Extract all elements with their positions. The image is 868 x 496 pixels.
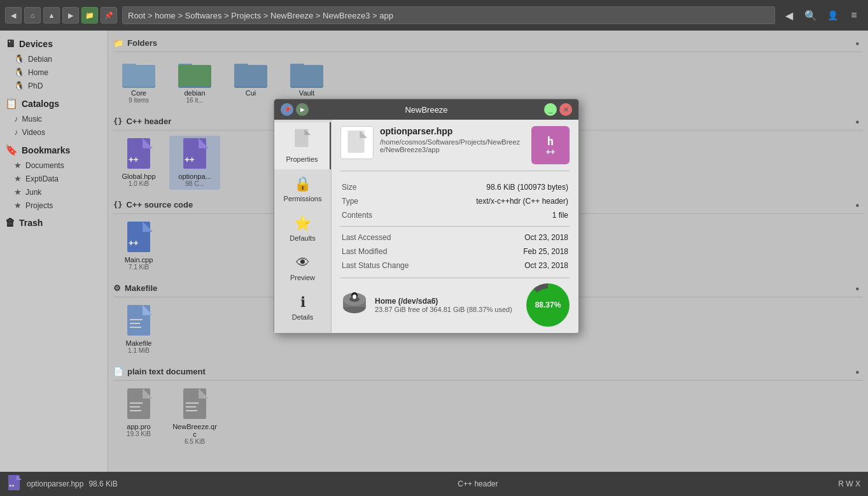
- svg-rect-24: [130, 323, 140, 324]
- sidebar-item-videos[interactable]: ♪ Videos: [0, 125, 108, 139]
- plain-text-grid: app.pro 19.3 KiB NewBreeze.qrc 6.5 KiB: [113, 386, 863, 448]
- file-makefile-size: 1.1 MiB: [128, 347, 150, 354]
- sidebar-section-trash-label: Trash: [19, 218, 43, 228]
- file-main-cpp[interactable]: ++ Main.cpp 7.1 KiB: [113, 219, 164, 273]
- details-tab-icon: ℹ: [300, 294, 305, 311]
- sidebar-section-devices-label: Devices: [19, 39, 53, 49]
- file-optionparser-name: optionpa...: [178, 173, 211, 180]
- user-icon[interactable]: 👤: [823, 6, 841, 24]
- folder-section-icon: 📁: [113, 38, 123, 48]
- svg-point-48: [353, 294, 356, 299]
- disk-detail: 23.87 GiB free of 364.81 GiB (88.37% use…: [375, 306, 520, 313]
- sidebar-item-projects[interactable]: ★ Projects: [0, 199, 108, 212]
- folder-core-size: 9 items: [129, 97, 149, 104]
- exptidata-icon: ★: [14, 174, 22, 183]
- file-app-pro-icon: [125, 388, 153, 422]
- sidebar-item-music-label: Music: [22, 115, 42, 124]
- disk-gauge: 88.37%: [526, 283, 570, 327]
- defaults-tab-icon: ⭐: [294, 215, 311, 232]
- back-icon2[interactable]: ◀: [780, 6, 798, 24]
- dialog-title-left-icons: 📌 ▶: [281, 103, 309, 116]
- dialog-tab-defaults[interactable]: ⭐ Defaults: [274, 209, 331, 248]
- sidebar-item-home[interactable]: 🐧 Home: [0, 66, 108, 79]
- file-main-cpp-name: Main.cpp: [125, 256, 153, 264]
- dialog-tab-preview[interactable]: 👁 Preview: [274, 248, 331, 288]
- breadcrumb-bar[interactable]: Root > home > Softwares > Projects > New…: [122, 6, 775, 24]
- file-badge-text: ++: [546, 148, 555, 157]
- sidebar-item-junk[interactable]: ★ Junk: [0, 185, 108, 199]
- file-app-pro-name: app.pro: [127, 423, 150, 430]
- forward-button[interactable]: ▶: [62, 7, 79, 24]
- dialog-pin-button[interactable]: 📌: [281, 103, 293, 116]
- file-badge-icon: h: [547, 134, 554, 148]
- prop-size-value: 98.6 KiB (100973 bytes): [444, 180, 570, 194]
- prop-last-modified-label: Last Modified: [340, 244, 444, 259]
- sidebar-item-debian[interactable]: 🐧 Debian: [0, 52, 108, 66]
- dialog-tab-defaults-label: Defaults: [290, 234, 315, 242]
- sidebar-item-documents[interactable]: ★ Documents: [0, 159, 108, 172]
- devices-icon: 🖥: [5, 38, 15, 50]
- home-button[interactable]: ⌂: [24, 7, 41, 24]
- sidebar-item-home-label: Home: [28, 68, 48, 77]
- file-makefile[interactable]: Makefile 1.1 MiB: [113, 302, 164, 357]
- svg-rect-2: [122, 65, 155, 87]
- dialog-tab-permissions[interactable]: 🔒 Permissions: [274, 169, 331, 209]
- prop-size-label: Size: [340, 180, 444, 194]
- sidebar-item-debian-label: Debian: [28, 55, 52, 64]
- sidebar-item-phd[interactable]: 🐧 PhD: [0, 79, 108, 92]
- file-global-hpp-name: Global.hpp: [122, 173, 155, 180]
- svg-text:++: ++: [9, 483, 14, 488]
- sidebar-header-devices[interactable]: 🖥 Devices: [0, 36, 108, 52]
- folder-cui[interactable]: Cui: [225, 57, 276, 106]
- pin-icon[interactable]: 📌: [101, 7, 117, 24]
- svg-rect-35: [186, 410, 197, 411]
- prop-last-status-change-label: Last Status Change: [340, 259, 444, 273]
- sidebar-header-bookmarks[interactable]: 🔖 Bookmarks: [0, 141, 108, 159]
- dialog-tab-properties-label: Properties: [286, 155, 318, 163]
- dialog-file-thumbnail: [340, 126, 374, 159]
- svg-rect-28: [130, 402, 143, 404]
- sidebar-item-exptidata[interactable]: ★ ExptiData: [0, 172, 108, 185]
- prop-row-last-accessed: Last Accessed Oct 23, 2018: [340, 230, 570, 244]
- prop-row-last-status-change: Last Status Change Oct 23, 2018: [340, 259, 570, 273]
- search-icon[interactable]: 🔍: [802, 6, 820, 24]
- prop-contents-value: 1 file: [444, 208, 570, 222]
- prop-row-contents: Contents 1 file: [340, 208, 570, 222]
- file-global-hpp[interactable]: ++ Global.hpp 1.0 KiB: [113, 136, 164, 190]
- dialog-tab-details[interactable]: ℹ Details: [274, 288, 331, 327]
- dialog-arrow-button[interactable]: ▶: [296, 103, 309, 116]
- dialog-minimize-button[interactable]: _: [544, 103, 557, 116]
- dialog-close-button[interactable]: ✕: [559, 103, 572, 116]
- folders-label: Folders: [127, 38, 157, 48]
- dialog-file-info: optionparser.hpp /home/cosmos/Softwares/…: [380, 126, 525, 153]
- disk-info: Home (/dev/sda6) 23.87 GiB free of 364.8…: [375, 297, 520, 313]
- folder-vault-name: Vault: [299, 89, 314, 97]
- file-app-pro[interactable]: app.pro 19.3 KiB: [113, 386, 164, 448]
- svg-rect-5: [178, 65, 211, 87]
- folder-core[interactable]: Core 9 items: [113, 57, 164, 106]
- status-filetype: C++ header: [458, 479, 498, 488]
- file-global-hpp-icon: ++: [125, 138, 153, 171]
- disk-icon: [340, 289, 368, 322]
- home-icon: 🐧: [14, 67, 24, 77]
- file-main-cpp-icon: ++: [125, 222, 153, 255]
- sidebar-item-music[interactable]: ♪ Music: [0, 112, 108, 125]
- back-button[interactable]: ◀: [5, 7, 22, 24]
- folder-vault-icon: [290, 60, 323, 88]
- svg-rect-29: [130, 406, 140, 407]
- folder-debian[interactable]: debian 16 it...: [169, 57, 220, 106]
- file-optionparser-hpp[interactable]: ++ optionpa... 98 C...: [169, 136, 220, 190]
- junk-icon: ★: [14, 187, 22, 197]
- menu-icon[interactable]: ≡: [845, 6, 863, 24]
- sidebar-header-trash[interactable]: 🗑 Trash: [0, 215, 108, 231]
- sidebar-item-projects-label: Projects: [25, 201, 53, 210]
- dialog-sidebar: Properties 🔒 Permissions ⭐ Defaults 👁 Pr…: [274, 120, 332, 333]
- prop-type-label: Type: [340, 194, 444, 208]
- sidebar-header-catalogs[interactable]: 📋 Catalogs: [0, 95, 108, 112]
- file-newbreeze-qrc[interactable]: NewBreeze.qrc 6.5 KiB: [169, 386, 220, 448]
- dialog-tab-properties[interactable]: Properties: [274, 122, 331, 169]
- sidebar-item-videos-label: Videos: [22, 128, 45, 137]
- file-makefile-name: Makefile: [126, 339, 152, 347]
- bookmark-button[interactable]: ▲: [43, 7, 60, 24]
- documents-icon: ★: [14, 160, 22, 170]
